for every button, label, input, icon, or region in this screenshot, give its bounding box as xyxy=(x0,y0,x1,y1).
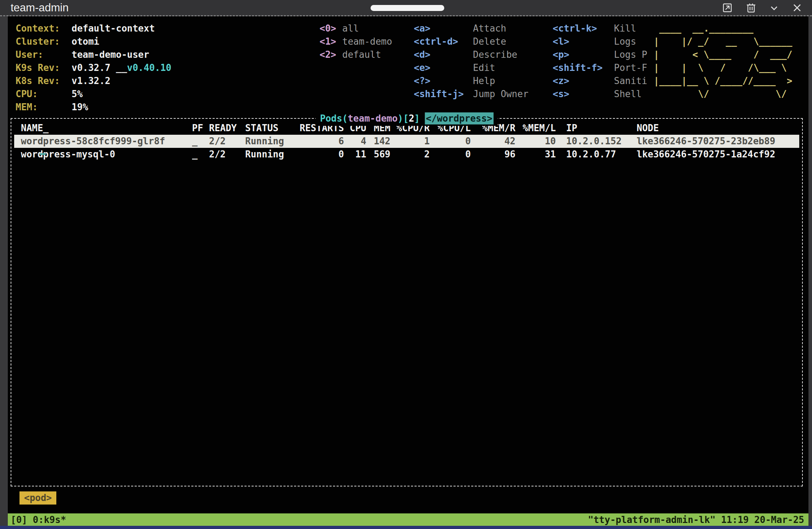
hotkey: <?> xyxy=(414,74,473,88)
info-value: otomi xyxy=(72,35,99,48)
col-header-node: NODE xyxy=(637,122,799,135)
hotkey: <l> xyxy=(553,35,614,48)
cell-name: wordpress-58c8fcf999-glr8f xyxy=(14,135,192,148)
punct: ] xyxy=(414,113,420,124)
info-value: v1.32.2 xyxy=(72,74,111,88)
cell-node: lke366246-570275-23b2eb89 xyxy=(637,135,799,148)
menu-item: <shift-f> Port-F xyxy=(553,61,647,74)
logo-line: |____|__ \ /____//____ > xyxy=(654,74,792,88)
status-session: [0] 0:k9s* xyxy=(11,513,66,526)
pods-table: NAME_ PF READY STATUS RESTARTS CPU MEM %… xyxy=(14,122,799,161)
sort-indicator xyxy=(40,153,46,155)
cell-ready: 2/2 xyxy=(209,148,245,161)
hotkey-label: Shell xyxy=(614,88,642,101)
hotkey: <0> xyxy=(311,22,336,35)
logo-line: | < \____ / ___/ xyxy=(654,48,792,61)
hotkey: <z> xyxy=(553,74,614,88)
k9s-terminal: Context: default-context Cluster: otomi … xyxy=(8,16,808,526)
pods-panel: Pods(team-demo)[2]</wordpress> NAME_ PF … xyxy=(11,118,803,486)
panel-title: Pods(team-demo)[2]</wordpress> xyxy=(316,112,498,126)
resource-name: Pods xyxy=(320,113,342,124)
info-label: User: xyxy=(16,48,72,61)
info-label: K8s Rev: xyxy=(16,74,72,88)
cell-restarts: 6 xyxy=(299,135,344,148)
table-row[interactable]: wordpress-mysql-0 _ 2/2 Running 0 11 569… xyxy=(14,148,799,161)
hotkey-label: Kill xyxy=(614,22,636,35)
punct: [ xyxy=(403,113,409,124)
info-label: CPU: xyxy=(16,88,72,101)
hotkey-label: Delete xyxy=(473,35,506,48)
hotkey-label: Help xyxy=(473,74,495,88)
cell-cpu-l: 0 xyxy=(430,135,471,148)
namespace-menu: <0> all <1> team-demo <2> default xyxy=(311,22,392,61)
filter-chip: </wordpress> xyxy=(425,112,494,124)
hotkey-label: Logs xyxy=(614,35,636,48)
menu-item: <1> team-demo xyxy=(311,35,392,48)
logo-line: ____ __.________ xyxy=(654,22,792,35)
hotkey-label: Attach xyxy=(473,22,506,35)
info-value: 19% xyxy=(72,101,88,114)
col-header-mem-l: %MEM/L xyxy=(515,122,556,135)
cell-restarts: 0 xyxy=(299,148,344,161)
menu-item: <e> Edit xyxy=(414,61,529,74)
punct: ) xyxy=(397,113,403,124)
menu-item: <a> Attach xyxy=(414,22,529,35)
menu-item: <z> Saniti xyxy=(553,74,647,88)
col-header-name: NAME_ xyxy=(14,122,192,135)
status-host-datetime: "tty-platform-admin-lk" 11:19 20-Mar-25 xyxy=(588,513,804,526)
hotkey-label: Describe xyxy=(473,48,517,61)
chevron-down-icon[interactable] xyxy=(769,2,779,13)
bottom-accent-strip xyxy=(0,526,812,529)
cell-ip: 10.2.0.152 xyxy=(556,135,637,148)
info-row-mem: MEM: 19% xyxy=(16,101,171,114)
info-label: Context: xyxy=(16,22,72,35)
hotkey-label: Jump Owner xyxy=(473,88,529,101)
cell-cpu-r: 1 xyxy=(390,135,430,148)
hotkey-label: all xyxy=(342,22,359,35)
close-icon[interactable] xyxy=(792,2,802,13)
resource-crumb-badge: <pod> xyxy=(19,491,56,505)
pod-count: 2 xyxy=(409,113,415,124)
hotkey: <a> xyxy=(414,22,473,35)
hotkey: <ctrl-d> xyxy=(414,35,473,48)
hotkey: <1> xyxy=(311,35,336,48)
menu-item: <d> Describe xyxy=(414,48,529,61)
k9s-latest-version: v0.40.10 xyxy=(127,61,171,74)
info-value: team-demo-user xyxy=(72,48,149,61)
cell-status: Running xyxy=(245,135,299,148)
info-row-user: User: team-demo-user xyxy=(16,48,171,61)
titlebar: team-admin xyxy=(0,0,812,16)
hotkey-label: team-demo xyxy=(342,35,392,48)
namespace-name: team-demo xyxy=(348,113,397,124)
hotkey: <2> xyxy=(311,48,336,61)
command-menu-2: <ctrl-k> Kill <l> Logs <p> Logs P <shift… xyxy=(553,22,647,101)
hotkey: <d> xyxy=(414,48,473,61)
hotkey: <shift-f> xyxy=(553,61,614,74)
col-header-ready: READY xyxy=(209,122,245,135)
logo-line: \/ \/ xyxy=(654,88,792,101)
menu-item: <0> all xyxy=(311,22,392,35)
cell-cpu-l: 0 xyxy=(430,148,471,161)
drag-handle-pill[interactable] xyxy=(371,5,444,11)
menu-item: <?> Help xyxy=(414,74,529,88)
cell-mem-r: 96 xyxy=(471,148,515,161)
hotkey: <ctrl-k> xyxy=(553,22,614,35)
info-row-cpu: CPU: 5% xyxy=(16,88,171,101)
logo-line: | |/ _/ __ \______ xyxy=(654,35,792,48)
cell-mem: 569 xyxy=(366,148,390,161)
menu-item: <ctrl-d> Delete xyxy=(414,35,529,48)
col-header-pf: PF xyxy=(192,122,209,135)
menu-item: <p> Logs P xyxy=(553,48,647,61)
hotkey: <p> xyxy=(553,48,614,61)
status-bar: [0] 0:k9s* "tty-platform-admin-lk" 11:19… xyxy=(8,513,808,526)
info-row-context: Context: default-context xyxy=(16,22,171,35)
command-menu-1: <a> Attach <ctrl-d> Delete <d> Describe … xyxy=(414,22,529,101)
info-row-k8s-rev: K8s Rev: v1.32.2 xyxy=(16,74,171,88)
new-window-icon[interactable] xyxy=(722,2,733,13)
cell-node: lke366246-570275-1a24cf92 xyxy=(637,148,799,161)
hotkey: <s> xyxy=(553,88,614,101)
info-value: default-context xyxy=(72,22,155,35)
logo-line: | | \ / /\___ \ xyxy=(654,61,792,74)
table-row-selected[interactable]: wordpress-58c8fcf999-glr8f _ 2/2 Running… xyxy=(14,135,799,148)
trash-icon[interactable] xyxy=(746,2,756,13)
